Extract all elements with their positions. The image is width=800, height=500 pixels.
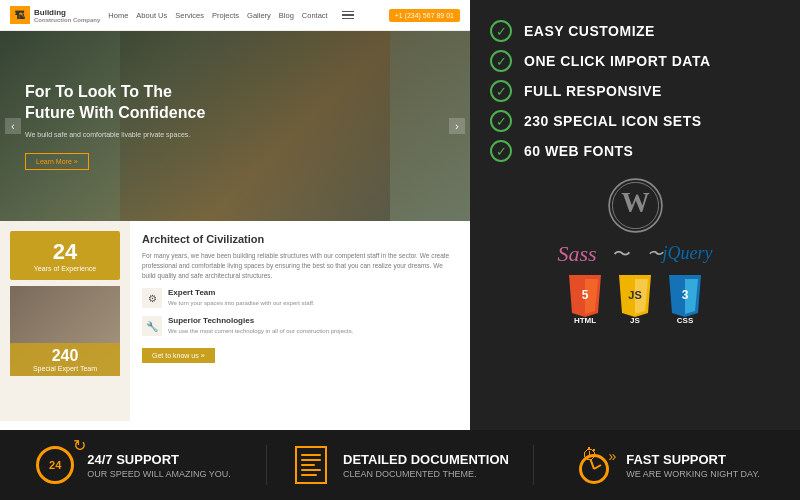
logo-icon: 🏗 xyxy=(10,6,30,24)
hero-section: ‹ For To Look To The Future With Confide… xyxy=(0,31,470,221)
support-item: 24 ↻ 24/7 SUPPORT OUR SPEED WILL AMAZING… xyxy=(0,445,267,485)
support-subtitle: OUR SPEED WILL AMAZING YOU. xyxy=(87,469,231,479)
fast-support-icon: ⏱ » xyxy=(574,445,614,485)
features-panel: ✓ EASY CUSTOMIZE ✓ ONE CLICK IMPORT DATA… xyxy=(470,0,800,430)
hero-subtitle: We build safe and comfortable livable pr… xyxy=(25,130,225,140)
feature-row: ✓ EASY CUSTOMIZE xyxy=(490,16,780,46)
css3-badge: 3 CSS xyxy=(665,275,705,325)
hero-content: For To Look To The Future With Confidenc… xyxy=(25,82,225,169)
docs-text: DETAILED DOCUMENTION CLEAN DOCUMENTED TH… xyxy=(343,452,509,479)
hero-prev-arrow[interactable]: ‹ xyxy=(5,118,21,134)
years-badge: 24 Years of Experience xyxy=(10,231,120,280)
support-title: 24/7 SUPPORT xyxy=(87,452,231,467)
timer-icon: ⏱ » xyxy=(574,446,614,484)
site-preview: 🏗 Building Construction Company Home Abo… xyxy=(0,0,470,430)
sidebar-image: 240 Special Expert Team xyxy=(10,286,120,376)
html5-badge: 5 HTML xyxy=(565,275,605,325)
feature2-title: Superior Technologies xyxy=(168,316,353,325)
feature-label: 230 SPECIAL ICON SETS xyxy=(524,113,702,129)
logo-name: Building xyxy=(34,8,100,17)
checkmark-icon: ✓ xyxy=(490,20,512,42)
feature-tech: 🔧 Superior Technologies We use the most … xyxy=(142,316,458,336)
support-text: 24/7 SUPPORT OUR SPEED WILL AMAZING YOU. xyxy=(87,452,231,479)
wordpress-logo: W xyxy=(608,178,663,233)
arrows-icon: ↻ xyxy=(73,436,86,455)
site-main-content: Architect of Civilization For many years… xyxy=(130,221,470,421)
team-count-overlay: 240 Special Expert Team xyxy=(10,343,120,376)
fast-support-text: FAST SUPPORT WE ARE WORKING NIGHT DAY. xyxy=(626,452,760,479)
checkmark-icon: ✓ xyxy=(490,50,512,72)
svg-text:W: W xyxy=(621,187,650,218)
support-icon: 24 ↻ xyxy=(35,445,75,485)
tech-logos-area: W Sass 〜 〜jQuery 5 xyxy=(490,178,780,325)
feature-label: EASY CUSTOMIZE xyxy=(524,23,655,39)
jquery-logo: 〜jQuery xyxy=(647,243,713,265)
docs-item: DETAILED DOCUMENTION CLEAN DOCUMENTED TH… xyxy=(267,445,534,485)
sass-logo: Sass xyxy=(557,241,596,267)
checkmark-icon: ✓ xyxy=(490,80,512,102)
fast-support-subtitle: WE ARE WORKING NIGHT DAY. xyxy=(626,469,760,479)
bottom-bar: 24 ↻ 24/7 SUPPORT OUR SPEED WILL AMAZING… xyxy=(0,430,800,500)
hero-next-arrow[interactable]: › xyxy=(449,118,465,134)
feature-row: ✓ 60 WEB FONTS xyxy=(490,136,780,166)
docs-title: DETAILED DOCUMENTION xyxy=(343,452,509,467)
feature-list: ✓ EASY CUSTOMIZE ✓ ONE CLICK IMPORT DATA… xyxy=(490,16,780,166)
js-badge: JS JS xyxy=(615,275,655,325)
feature-label: FULL RESPONSIVE xyxy=(524,83,662,99)
fast-arrows: » xyxy=(608,448,616,464)
document-icon xyxy=(295,446,327,484)
clock-icon: 24 xyxy=(36,446,74,484)
nav-links: Home About Us Services Projects Gallery … xyxy=(108,11,327,20)
feature-row: ✓ 230 SPECIAL ICON SETS xyxy=(490,106,780,136)
checkmark-icon: ✓ xyxy=(490,140,512,162)
checkmark-icon: ✓ xyxy=(490,110,512,132)
feature-expert-team: ⚙ Expert Team We turn your spaces into p… xyxy=(142,288,458,308)
hero-title: For To Look To The Future With Confidenc… xyxy=(25,82,225,124)
phone-number: +1 (234) 567 89 01 xyxy=(389,9,460,22)
css3-shield: 3 xyxy=(665,275,705,314)
js-shield: JS xyxy=(615,275,655,314)
wave-icon: 〜 xyxy=(613,242,631,266)
feature1-title: Expert Team xyxy=(168,288,315,297)
tech-badges-row: 5 HTML JS JS xyxy=(565,275,705,325)
site-sidebar: 24 Years of Experience 240 Special Exper… xyxy=(0,221,130,421)
get-to-know-button[interactable]: Get to know us » xyxy=(142,348,215,363)
feature-row: ✓ FULL RESPONSIVE xyxy=(490,76,780,106)
sass-jquery-row: Sass 〜 〜jQuery xyxy=(557,241,712,267)
feature-label: 60 WEB FONTS xyxy=(524,143,633,159)
docs-subtitle: CLEAN DOCUMENTED THEME. xyxy=(343,469,509,479)
site-navbar: 🏗 Building Construction Company Home Abo… xyxy=(0,0,470,31)
hero-cta-button[interactable]: Learn More » xyxy=(25,153,89,170)
stopwatch-top: ⏱ xyxy=(582,446,598,464)
feature-label: ONE CLICK IMPORT DATA xyxy=(524,53,711,69)
hamburger-icon xyxy=(342,11,354,20)
logo-sub: Construction Company xyxy=(34,17,100,23)
fast-support-item: ⏱ » FAST SUPPORT WE ARE WORKING NIGHT DA… xyxy=(534,445,800,485)
html5-shield: 5 xyxy=(565,275,605,314)
tech-icon: 🔧 xyxy=(142,316,162,336)
docs-icon xyxy=(291,445,331,485)
fast-support-title: FAST SUPPORT xyxy=(626,452,760,467)
feature1-text: We turn your spaces into paradise with o… xyxy=(168,299,315,307)
expert-icon: ⚙ xyxy=(142,288,162,308)
feature-row: ✓ ONE CLICK IMPORT DATA xyxy=(490,46,780,76)
section-text: For many years, we have been building re… xyxy=(142,251,458,280)
feature2-text: We use the most current technology in al… xyxy=(168,327,353,335)
section-title: Architect of Civilization xyxy=(142,233,458,245)
site-bottom-section: 24 Years of Experience 240 Special Exper… xyxy=(0,221,470,421)
site-logo: 🏗 Building Construction Company xyxy=(10,6,100,24)
